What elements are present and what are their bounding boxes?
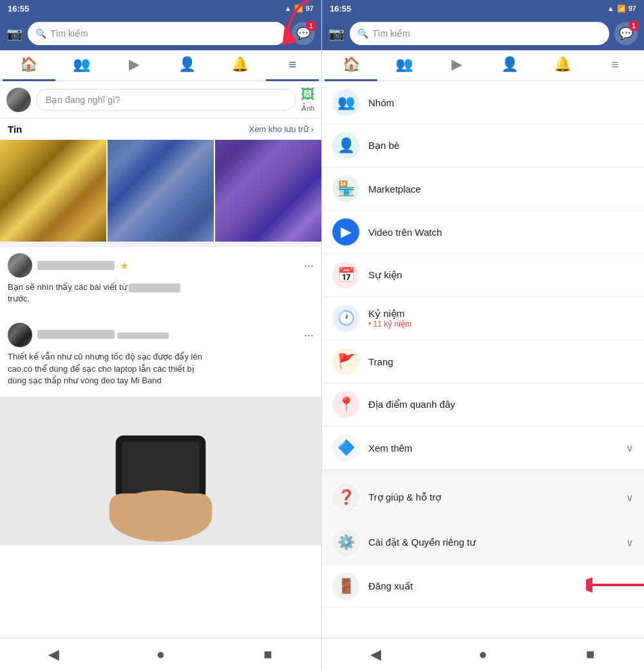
settings-arrow-icon: ∨ <box>626 537 634 549</box>
menu-item-settings[interactable]: ⚙️ Cài đặt & Quyền riêng tư ∨ <box>322 520 644 565</box>
events-label: Sự kiện <box>368 269 634 281</box>
watch-label: Video trên Watch <box>368 227 634 238</box>
right-recents-button[interactable]: ■ <box>578 646 603 663</box>
watch-tab-icon: ▶ <box>129 56 140 73</box>
pages-icon-wrap: 🚩 <box>332 348 359 375</box>
right-watch-tab-icon: ▶ <box>451 56 462 73</box>
left-camera-icon[interactable]: 📷 <box>6 26 23 41</box>
right-tab-notifications[interactable]: 🔔 <box>536 50 589 81</box>
nearby-label: Địa điểm quanh đây <box>368 399 634 410</box>
right-home-button[interactable]: ● <box>470 646 496 663</box>
logout-label: Đăng xuất <box>368 580 634 592</box>
tab-friends[interactable]: 👥 <box>55 50 108 81</box>
right-back-button[interactable]: ◀ <box>363 646 388 663</box>
left-nav-tabs: 🏠 👥 ▶ 👤 🔔 ≡ <box>0 50 321 81</box>
settings-label: Cài đặt & Quyền riêng tư <box>368 537 617 548</box>
right-home-icon: 🏠 <box>343 56 360 73</box>
stories-title: Tin <box>8 124 22 135</box>
friends-tab-icon: 👥 <box>73 56 90 73</box>
post-box: Bạn đang nghĩ gì? 🖼 Ảnh <box>0 81 321 119</box>
menu-item-logout[interactable]: 🚪 Đăng xuất <box>322 565 644 608</box>
left-search-icon: 🔍 <box>35 28 46 39</box>
right-messenger-button[interactable]: 💬 1 <box>614 22 638 45</box>
groups-label: Nhóm <box>368 97 634 108</box>
left-messenger-button[interactable]: 💬 1 <box>292 22 315 45</box>
menu-item-watch[interactable]: ▶ Video trên Watch <box>322 211 644 254</box>
right-bell-icon: 🔔 <box>554 56 571 73</box>
back-button[interactable]: ◀ <box>41 646 66 663</box>
memories-label: Kỷ niệm <box>368 308 412 320</box>
marketplace-icon: 🏪 <box>337 180 355 197</box>
left-messenger-badge: 1 <box>306 21 316 31</box>
tab-profile[interactable]: 👤 <box>160 50 213 81</box>
right-status-bar: 16:55 ▲ 📶 97 <box>322 0 644 17</box>
right-menu-icon: ≡ <box>611 57 619 72</box>
tab-watch[interactable]: ▶ <box>108 50 161 81</box>
signal-icon: ▲ <box>285 5 292 12</box>
tab-home[interactable]: 🏠 <box>3 50 55 81</box>
feed-item-2-header: ··· <box>8 323 314 347</box>
home-button[interactable]: ● <box>147 646 173 663</box>
support-icon: ❓ <box>337 489 355 506</box>
feed-item-1: ★ ··· Bạn sẽ nhìn thấy các bài viết từ t… <box>0 247 321 311</box>
right-tab-watch[interactable]: ▶ <box>430 50 483 81</box>
watch-menu-icon: ▶ <box>341 224 352 240</box>
friends-icon-wrap: 👤 <box>332 132 359 159</box>
logout-icon-wrap: 🚪 <box>332 573 359 600</box>
friends-label: Bạn bè <box>368 140 634 151</box>
nearby-icon-wrap: 📍 <box>332 391 359 418</box>
post-input[interactable]: Bạn đang nghĩ gì? <box>36 89 296 111</box>
story-2[interactable] <box>108 140 214 242</box>
right-tab-friends[interactable]: 👥 <box>377 50 430 81</box>
menu-item-friends[interactable]: 👤 Bạn bè <box>322 124 644 168</box>
feed-item-1-header: ★ ··· <box>8 253 314 278</box>
support-label: Trợ giúp & hỗ trợ <box>368 492 617 503</box>
photo-button[interactable]: 🖼 Ảnh <box>301 86 315 113</box>
right-time: 16:55 <box>330 4 351 14</box>
more-icon-wrap: 🔷 <box>332 434 359 461</box>
right-camera-icon[interactable]: 📷 <box>328 26 345 41</box>
right-bottom-nav: ◀ ● ■ <box>322 638 644 670</box>
settings-icon: ⚙️ <box>337 534 355 551</box>
wifi-icon: 📶 <box>294 5 303 13</box>
right-battery-icon: 97 <box>629 5 636 12</box>
menu-item-more[interactable]: 🔷 Xem thêm ∨ <box>322 426 644 470</box>
menu-item-nearby[interactable]: 📍 Địa điểm quanh đây <box>322 383 644 426</box>
right-search-box[interactable]: 🔍 Tìm kiếm <box>350 22 609 45</box>
menu-item-groups[interactable]: 👥 Nhóm <box>322 81 644 124</box>
friends-menu-icon: 👤 <box>337 137 355 154</box>
tab-notifications[interactable]: 🔔 <box>213 50 266 81</box>
events-icon-wrap: 📅 <box>332 262 359 289</box>
menu-icon: ≡ <box>289 57 296 72</box>
right-tab-profile[interactable]: 👤 <box>483 50 536 81</box>
photo-label: Ảnh <box>301 104 314 113</box>
svg-rect-5 <box>109 493 213 526</box>
left-status-icons: ▲ 📶 97 <box>285 5 314 13</box>
stories-link[interactable]: Xem kho lưu trữ › <box>249 124 314 134</box>
right-tab-menu[interactable]: ≡ <box>589 50 641 81</box>
recents-button[interactable]: ■ <box>255 646 281 663</box>
menu-item-support[interactable]: ❓ Trợ giúp & hỗ trợ ∨ <box>322 475 644 520</box>
support-arrow-icon: ∨ <box>626 492 634 504</box>
feed-image-2 <box>0 397 321 545</box>
tab-menu[interactable]: ≡ <box>266 50 319 81</box>
menu-item-marketplace[interactable]: 🏪 Marketplace <box>322 168 644 211</box>
more-arrow-icon: ∨ <box>626 442 634 454</box>
left-search-box[interactable]: 🔍 Tìm kiếm <box>28 22 287 45</box>
feed-username-2 <box>37 330 115 339</box>
menu-item-memories[interactable]: 🕐 Kỷ niệm • 11 kỷ niệm <box>322 297 644 340</box>
star-icon: ★ <box>120 260 129 272</box>
right-search-placeholder: Tìm kiếm <box>372 28 410 39</box>
menu-item-pages[interactable]: 🚩 Trang <box>322 340 644 383</box>
stories-header: Tin Xem kho lưu trữ › <box>0 119 321 137</box>
more-options-2[interactable]: ··· <box>304 329 314 342</box>
left-status-bar: 16:55 ▲ 📶 97 <box>0 0 321 17</box>
right-tab-home[interactable]: 🏠 <box>325 50 377 81</box>
story-3[interactable] <box>215 140 321 242</box>
feed-blurred-name <box>129 283 180 292</box>
more-menu-icon: 🔷 <box>337 439 355 456</box>
menu-item-events[interactable]: 📅 Sự kiện <box>322 254 644 297</box>
story-1[interactable] <box>0 140 106 242</box>
battery-icon: 97 <box>306 5 314 12</box>
more-options-1[interactable]: ··· <box>304 259 314 273</box>
